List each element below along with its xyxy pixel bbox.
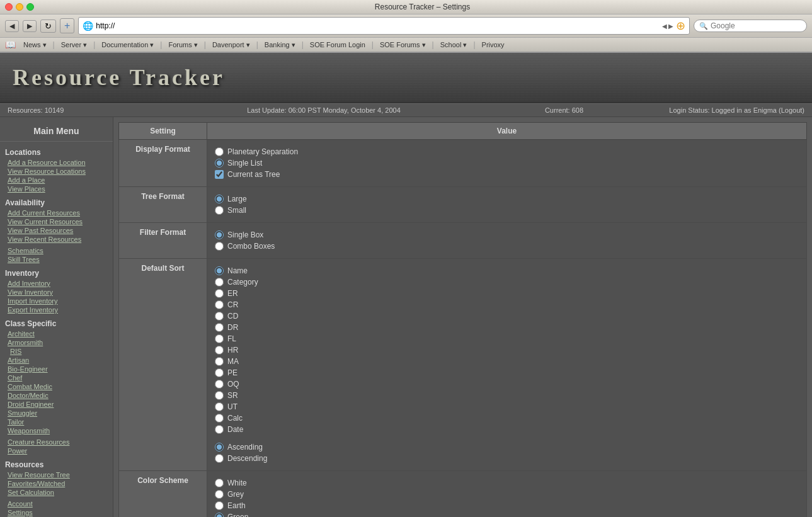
radio-single-list[interactable]: Single List: [215, 159, 799, 168]
close-button[interactable]: [5, 3, 13, 11]
radio-sort-hr[interactable]: HR: [215, 346, 799, 355]
radio-large[interactable]: Large: [215, 195, 799, 203]
radio-sort-ut-input[interactable]: [215, 402, 224, 411]
addr-back[interactable]: ◀: [662, 23, 667, 30]
radio-sort-er-input[interactable]: [215, 289, 224, 298]
forward-button[interactable]: ▶: [23, 20, 37, 32]
sidebar-item-view-past-resources[interactable]: View Past Resources: [0, 226, 113, 235]
radio-sort-dr-input[interactable]: [215, 323, 224, 332]
sidebar-item-view-inventory[interactable]: View Inventory: [0, 288, 113, 297]
bm-documentation[interactable]: Documentation ▾: [98, 40, 157, 50]
radio-sort-fl-input[interactable]: [215, 334, 224, 343]
sidebar-item-favorites-watched[interactable]: Favorites/Watched: [0, 479, 113, 488]
sidebar-item-bio-engineer[interactable]: Bio-Engineer: [0, 365, 113, 373]
sidebar-item-droid-engineer[interactable]: Droid Engineer: [0, 400, 113, 409]
radio-sort-dr[interactable]: DR: [215, 323, 799, 332]
checkbox-current-as-tree-input[interactable]: [215, 170, 224, 179]
bm-forums[interactable]: Forums ▾: [164, 40, 201, 50]
radio-single-box[interactable]: Single Box: [215, 230, 799, 239]
sidebar-item-view-places[interactable]: View Places: [0, 185, 113, 193]
radio-planetary-separation[interactable]: Planetary Separation: [215, 147, 799, 156]
radio-sort-name-input[interactable]: [215, 266, 224, 275]
radio-combo-boxes-input[interactable]: [215, 242, 224, 251]
back-button[interactable]: ◀: [5, 20, 19, 32]
add-tab-button[interactable]: +: [60, 18, 74, 33]
radio-grey[interactable]: Grey: [215, 490, 799, 499]
bm-school[interactable]: School ▾: [437, 40, 471, 50]
radio-sort-fl[interactable]: FL: [215, 334, 799, 343]
radio-ascending[interactable]: Ascending: [215, 443, 799, 452]
radio-sort-er[interactable]: ER: [215, 289, 799, 298]
sidebar-item-add-resource-location[interactable]: Add a Resource Location: [0, 158, 113, 167]
sidebar-item-smuggler[interactable]: Smuggler: [0, 409, 113, 418]
sidebar-item-artisan[interactable]: Artisan: [0, 356, 113, 365]
radio-sort-ma[interactable]: MA: [215, 357, 799, 366]
radio-sort-ut[interactable]: UT: [215, 402, 799, 411]
radio-sort-ma-input[interactable]: [215, 357, 224, 366]
radio-earth-input[interactable]: [215, 501, 224, 510]
sidebar-item-export-inventory[interactable]: Export Inventory: [0, 305, 113, 314]
radio-sort-date[interactable]: Date: [215, 425, 799, 434]
radio-sort-calc-input[interactable]: [215, 414, 224, 423]
radio-combo-boxes[interactable]: Combo Boxes: [215, 242, 799, 251]
sidebar-item-power[interactable]: Power: [0, 446, 113, 455]
radio-white[interactable]: White: [215, 479, 799, 487]
bm-banking[interactable]: Banking ▾: [261, 40, 299, 50]
radio-sort-pe[interactable]: PE: [215, 368, 799, 377]
radio-sort-cd-input[interactable]: [215, 312, 224, 321]
sidebar-item-settings[interactable]: Settings: [0, 508, 113, 517]
sidebar-item-view-recent-resources[interactable]: View Recent Resources: [0, 235, 113, 244]
radio-sort-date-input[interactable]: [215, 425, 224, 434]
bm-server[interactable]: Server ▾: [57, 40, 91, 50]
radio-descending-input[interactable]: [215, 454, 224, 463]
radio-sort-cd[interactable]: CD: [215, 312, 799, 321]
sidebar-item-armorsmith[interactable]: Armorsmith: [0, 338, 113, 347]
address-input[interactable]: [96, 21, 660, 30]
minimize-button[interactable]: [16, 3, 23, 11]
radio-sort-oq[interactable]: OQ: [215, 380, 799, 389]
sidebar-item-set-calculation[interactable]: Set Calculation: [0, 488, 113, 497]
sidebar-item-skill-trees[interactable]: Skill Trees: [0, 255, 113, 264]
refresh-button[interactable]: ↻: [40, 20, 56, 33]
sidebar-item-view-current-resources[interactable]: View Current Resources: [0, 217, 113, 226]
bm-privoxy[interactable]: Privoxy: [478, 40, 508, 49]
radio-sort-cr-input[interactable]: [215, 300, 224, 309]
search-input[interactable]: [711, 21, 786, 30]
sidebar-item-creature-resources[interactable]: Creature Resources: [0, 438, 113, 446]
sidebar-item-add-inventory[interactable]: Add Inventory: [0, 279, 113, 288]
radio-sort-cr[interactable]: CR: [215, 300, 799, 309]
sidebar-item-ris[interactable]: RIS: [0, 347, 113, 356]
sidebar-item-weaponsmith[interactable]: Weaponsmith: [0, 426, 113, 435]
radio-sort-hr-input[interactable]: [215, 346, 224, 355]
radio-sort-pe-input[interactable]: [215, 368, 224, 377]
bm-soe-forums[interactable]: SOE Forums ▾: [376, 40, 430, 50]
sidebar-item-tailor[interactable]: Tailor: [0, 418, 113, 426]
radio-sort-sr[interactable]: SR: [215, 391, 799, 400]
sidebar-item-account[interactable]: Account: [0, 499, 113, 508]
radio-planetary-separation-input[interactable]: [215, 147, 224, 156]
radio-sort-calc[interactable]: Calc: [215, 414, 799, 423]
radio-sort-sr-input[interactable]: [215, 391, 224, 400]
radio-sort-category[interactable]: Category: [215, 278, 799, 287]
checkbox-current-as-tree[interactable]: Current as Tree: [215, 170, 799, 179]
sidebar-item-import-inventory[interactable]: Import Inventory: [0, 297, 113, 305]
radio-small-input[interactable]: [215, 206, 224, 215]
sidebar-item-view-resource-locations[interactable]: View Resource Locations: [0, 167, 113, 176]
radio-large-input[interactable]: [215, 195, 224, 203]
radio-small[interactable]: Small: [215, 206, 799, 215]
radio-single-box-input[interactable]: [215, 230, 224, 239]
bookmarks-icon[interactable]: 📖: [5, 40, 16, 50]
addr-forward[interactable]: ▶: [668, 23, 673, 30]
radio-green-input[interactable]: [215, 513, 224, 517]
sidebar-item-view-resource-tree[interactable]: View Resource Tree: [0, 470, 113, 479]
radio-earth[interactable]: Earth: [215, 501, 799, 510]
sidebar-item-schematics[interactable]: Schematics: [0, 246, 113, 255]
bm-news[interactable]: News ▾: [20, 40, 50, 50]
radio-descending[interactable]: Descending: [215, 454, 799, 463]
bm-soe-forum-login[interactable]: SOE Forum Login: [306, 40, 369, 49]
radio-single-list-input[interactable]: [215, 159, 224, 168]
sidebar-item-add-current-resources[interactable]: Add Current Resources: [0, 208, 113, 217]
radio-sort-name[interactable]: Name: [215, 266, 799, 275]
radio-white-input[interactable]: [215, 479, 224, 487]
radio-sort-oq-input[interactable]: [215, 380, 224, 389]
